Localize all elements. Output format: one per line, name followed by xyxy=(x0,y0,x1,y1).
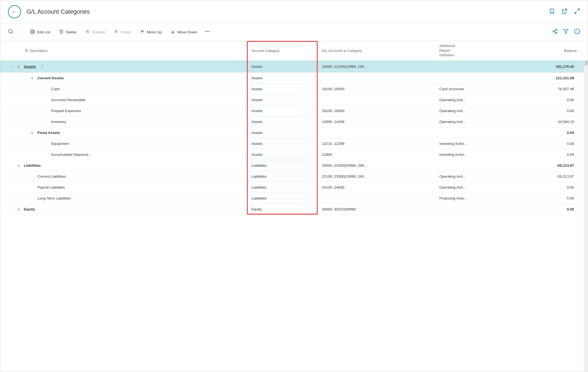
desc-cell: ∨Liabilities xyxy=(0,160,247,171)
chevron-icon[interactable]: ∨ xyxy=(31,131,36,135)
move-up-icon xyxy=(140,29,145,35)
delete-icon xyxy=(59,29,64,35)
gl-accounts-cell: 16100..16600 xyxy=(318,105,435,116)
edit-list-icon xyxy=(30,29,35,35)
expand-icon[interactable] xyxy=(574,8,580,16)
balance-cell: -59,213.87 xyxy=(517,171,588,182)
move-down-button[interactable]: Move Down xyxy=(167,28,200,37)
scrollbar-track[interactable] xyxy=(584,41,588,372)
desc-text: Accumulated Deprecia... xyxy=(51,153,91,157)
desc-text: Current Assets xyxy=(37,76,64,80)
account-category-cell: Assets xyxy=(247,105,317,116)
table-row[interactable]: Prepaid ExpensesAssets16100..16600Operat… xyxy=(0,105,588,116)
gl-accounts-table: ⇅ Description Account Category G/L Accou… xyxy=(0,41,588,215)
table-row[interactable]: Current LiabilitiesLiabilities22100..235… xyxy=(0,171,588,182)
table-row[interactable]: ∨Fixed AssetsAssets0.00 xyxy=(0,127,588,138)
table-row[interactable]: ∨LiabilitiesLiabilities20000..22000|2599… xyxy=(0,160,588,171)
balance-cell: 0.00 xyxy=(517,94,588,105)
indent-button[interactable]: Indent xyxy=(111,28,134,37)
search-icon[interactable] xyxy=(8,29,13,36)
desc-cell: Equipment xyxy=(0,138,247,149)
desc-text: Accounts Receivable xyxy=(51,98,85,102)
desc-text: Liabilities xyxy=(24,163,41,168)
edit-list-label: Edit List xyxy=(37,30,50,34)
additional-report-cell xyxy=(435,72,517,83)
gl-accounts-cell xyxy=(318,72,435,83)
delete-label: Delete xyxy=(66,30,76,34)
svg-point-22 xyxy=(556,29,557,31)
edit-list-button[interactable]: Edit List xyxy=(27,28,54,37)
desc-cell: Prepaid Expenses xyxy=(0,105,247,116)
balance-cell: 44,594.10 xyxy=(517,116,588,127)
toolbar-right-actions xyxy=(552,28,580,36)
desc-cell: ∨Current Assets xyxy=(0,72,247,83)
export-icon[interactable] xyxy=(562,8,568,16)
svg-line-25 xyxy=(554,32,556,33)
info-icon[interactable] xyxy=(574,28,580,36)
account-category-cell: Assets xyxy=(247,83,317,94)
page-title: G/L Account Categories xyxy=(26,8,549,15)
chevron-icon[interactable]: ∨ xyxy=(17,65,22,69)
table-row[interactable]: InventoryAssets14000..14299Operating Act… xyxy=(0,116,588,127)
gl-accounts-cell: 12900 xyxy=(318,149,435,160)
desc-text: Fixed Assets xyxy=(37,131,60,135)
additional-report-cell: Operating Acti... xyxy=(435,116,517,127)
account-category-cell: Equity xyxy=(247,204,317,215)
account-category-cell: Assets xyxy=(247,60,317,72)
table-container: ⇅ Description Account Category G/L Accou… xyxy=(0,41,588,372)
table-row[interactable]: EquipmentAssets12210..12299Investing Act… xyxy=(0,138,588,149)
move-up-button[interactable]: Move Up xyxy=(137,28,165,37)
account-category-cell: Assets xyxy=(247,138,317,149)
account-category-cell: Liabilities xyxy=(247,160,317,171)
table-row[interactable]: CashAssets18100..18500Cash Accounts76,55… xyxy=(0,83,588,94)
svg-point-21 xyxy=(208,31,209,32)
svg-rect-5 xyxy=(31,30,32,31)
table-row[interactable]: ∨Current AssetsAssets121,151.58 xyxy=(0,72,588,83)
svg-point-3 xyxy=(9,30,12,33)
balance-cell: 0.00 xyxy=(517,182,588,193)
table-row[interactable]: Accounts ReceivableAssetsOperating Acti.… xyxy=(0,94,588,105)
table-wrapper[interactable]: ⇅ Description Account Category G/L Accou… xyxy=(0,41,588,372)
account-category-cell: Liabilities xyxy=(247,171,317,182)
additional-report-cell: Cash Accounts xyxy=(435,83,517,94)
gl-accounts-cell: 30000..30310|39999 xyxy=(318,204,435,215)
account-category-cell: Liabilities xyxy=(247,193,317,204)
desc-text: Assets xyxy=(24,65,36,69)
desc-text: Long Term Liabilities xyxy=(37,196,71,200)
row-context-menu-icon[interactable]: ⋮ xyxy=(40,64,45,69)
svg-rect-8 xyxy=(31,32,32,33)
share-icon[interactable] xyxy=(552,29,558,36)
table-row[interactable]: Accumulated Deprecia...Assets12900Invest… xyxy=(0,149,588,160)
additional-report-cell: Operating Acti... xyxy=(435,105,517,116)
table-row[interactable]: Long Term LiabilitiesLiabilitiesFinancin… xyxy=(0,193,588,204)
balance-cell: 0.00 xyxy=(517,193,588,204)
gl-accounts-cell: 22100..23500|23999..240... xyxy=(318,171,435,182)
desc-cell: Payroll Liabilities xyxy=(0,182,247,193)
outdent-label: Outdent xyxy=(92,30,105,34)
sort-icon[interactable]: ⇅ xyxy=(25,48,28,53)
svg-point-24 xyxy=(556,32,557,34)
back-button[interactable]: ← xyxy=(8,5,21,18)
balance-cell: 0.00 xyxy=(517,138,588,149)
outdent-button[interactable]: Outdent xyxy=(82,28,108,37)
chevron-icon[interactable]: ∨ xyxy=(31,76,36,80)
filter-icon[interactable] xyxy=(563,29,569,36)
chevron-icon[interactable]: ∨ xyxy=(17,207,22,211)
additional-report-cell: Operating Acti... xyxy=(435,171,517,182)
table-row[interactable]: ∨EquityEquity30000..30310|399990.00 xyxy=(0,204,588,215)
move-down-label: Move Down xyxy=(178,30,197,34)
col-header-balance: Balance xyxy=(517,41,588,60)
delete-button[interactable]: Delete xyxy=(56,28,80,37)
gl-accounts-cell: 10000..12200|12999..139... xyxy=(318,60,435,72)
outdent-icon xyxy=(85,29,90,35)
additional-report-cell xyxy=(435,160,517,171)
account-category-cell: Assets xyxy=(247,127,317,138)
balance-cell: 0.00 xyxy=(517,149,588,160)
more-options-icon[interactable] xyxy=(202,28,212,37)
table-row[interactable]: Payroll LiabilitiesLiabilities24100..246… xyxy=(0,182,588,193)
account-category-cell: Assets xyxy=(247,116,317,127)
bookmark-icon[interactable] xyxy=(549,8,555,16)
table-row[interactable]: →∨Assets⋮Assets10000..12200|12999..139..… xyxy=(0,60,588,72)
account-category-cell: Liabilities xyxy=(247,182,317,193)
chevron-icon[interactable]: ∨ xyxy=(17,163,22,168)
